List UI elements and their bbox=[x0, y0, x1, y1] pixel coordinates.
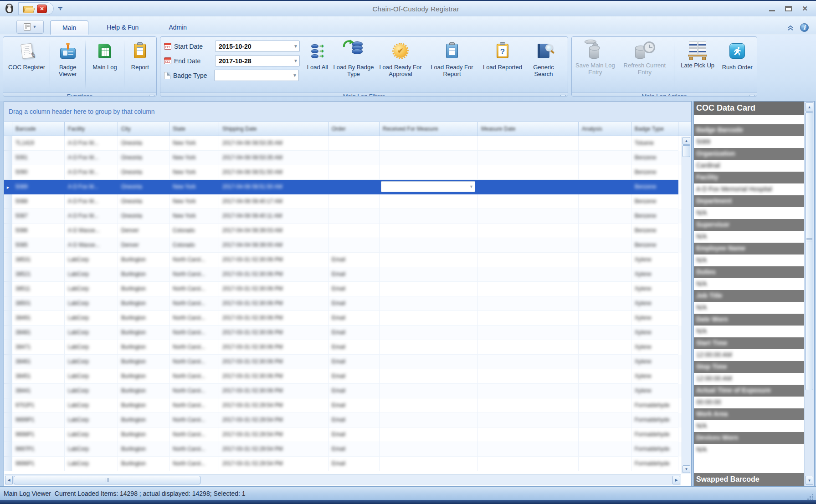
table-row[interactable]: 38491LabCorpBurlingtonNorth Carol...2017… bbox=[4, 311, 691, 326]
close-button[interactable]: ✕ bbox=[802, 5, 808, 12]
open-folder-icon[interactable] bbox=[23, 5, 33, 12]
column-header-shipping-date[interactable]: Shipping Date bbox=[219, 122, 328, 136]
scrollbar-thumb[interactable] bbox=[14, 476, 200, 484]
column-header-order[interactable]: Order bbox=[328, 122, 380, 136]
start-date-combobox[interactable]: 2015-10-20 ▼ bbox=[215, 41, 300, 52]
table-row[interactable]: 5091A O Fox M...OneontaNew York2017-04-0… bbox=[4, 151, 691, 165]
rush-order-button[interactable]: Rush Order bbox=[720, 39, 755, 92]
column-header-facility[interactable]: Facility bbox=[65, 122, 118, 136]
row-selector[interactable] bbox=[4, 442, 12, 457]
table-row[interactable]: 38511LabCorpBurlingtonNorth Carol...2017… bbox=[4, 282, 691, 296]
row-selector[interactable] bbox=[4, 194, 12, 209]
help-info-icon[interactable]: i bbox=[800, 23, 809, 32]
row-selector[interactable] bbox=[4, 165, 12, 180]
table-row[interactable]: 9696P1LabCorpBurlingtonNorth Carol...201… bbox=[4, 457, 691, 471]
collapse-ribbon-icon[interactable] bbox=[787, 25, 794, 31]
row-selector[interactable] bbox=[4, 355, 12, 369]
column-header-city[interactable]: City bbox=[118, 122, 169, 136]
table-row[interactable]: ▸5089A O Fox M...OneontaNew York2017-04-… bbox=[4, 180, 691, 194]
row-selector[interactable] bbox=[4, 136, 12, 151]
row-selector[interactable] bbox=[4, 238, 12, 253]
row-selector[interactable] bbox=[4, 369, 12, 384]
exit-button[interactable]: ✕ bbox=[37, 5, 47, 13]
row-selector[interactable] bbox=[4, 296, 12, 311]
tab-help-and-fun[interactable]: Help & Fun bbox=[95, 20, 150, 35]
scroll-up-icon[interactable]: ▲ bbox=[806, 102, 813, 112]
scrollbar-thumb[interactable] bbox=[806, 112, 813, 390]
scroll-right-icon[interactable]: ▶ bbox=[672, 476, 680, 484]
column-header-state[interactable]: State bbox=[169, 122, 219, 136]
table-row[interactable]: 5090A O Fox M...OneontaNew York2017-04-0… bbox=[4, 165, 691, 180]
row-selector[interactable] bbox=[4, 253, 12, 267]
column-header-received-for-measure[interactable]: Received For Measure bbox=[380, 122, 478, 136]
scroll-left-icon[interactable]: ◀ bbox=[5, 476, 13, 484]
row-selector-header[interactable] bbox=[4, 122, 12, 136]
badge-viewer-button[interactable]: Badge Viewer bbox=[51, 39, 84, 92]
tab-admin[interactable]: Admin bbox=[157, 20, 199, 35]
generic-search-button[interactable]: Generic Search bbox=[528, 39, 559, 92]
column-header-analysis[interactable]: Analysis bbox=[579, 122, 631, 136]
row-selector[interactable] bbox=[4, 209, 12, 224]
table-row[interactable]: 38481LabCorpBurlingtonNorth Carol...2017… bbox=[4, 326, 691, 340]
table-row[interactable]: 9697P1LabCorpBurlingtonNorth Carol...201… bbox=[4, 442, 691, 457]
row-selector[interactable]: ▸ bbox=[4, 180, 12, 194]
row-selector[interactable] bbox=[4, 224, 12, 238]
row-selector[interactable] bbox=[4, 413, 12, 428]
scroll-up-icon[interactable]: ▲ bbox=[683, 137, 690, 145]
scroll-down-icon[interactable]: ▼ bbox=[683, 465, 690, 473]
save-main-log-entry-button[interactable]: Save Main Log Entry bbox=[574, 39, 617, 92]
minimize-button[interactable] bbox=[769, 10, 775, 11]
badge-type-combobox[interactable]: ▼ bbox=[214, 70, 299, 81]
row-selector[interactable] bbox=[4, 398, 12, 413]
load-reported-button[interactable]: ? Load Reported bbox=[477, 39, 528, 92]
end-date-combobox[interactable]: 2017-10-28 ▼ bbox=[215, 55, 300, 66]
group-by-hint[interactable]: Drag a column header here to group by th… bbox=[4, 102, 691, 122]
grid-vertical-scrollbar[interactable]: ▲ ▼ bbox=[682, 137, 691, 473]
scroll-down-icon[interactable]: ▼ bbox=[806, 476, 813, 485]
dialog-launcher-icon[interactable]: ↘ bbox=[149, 95, 154, 97]
table-row[interactable]: 38471LabCorpBurlingtonNorth Carol...2017… bbox=[4, 340, 691, 355]
dialog-launcher-icon[interactable]: ↘ bbox=[560, 95, 566, 97]
table-row[interactable]: 5088A O Fox M...OneontaNew York2017-04-0… bbox=[4, 194, 691, 209]
row-selector[interactable] bbox=[4, 311, 12, 326]
scrollbar-thumb[interactable] bbox=[683, 145, 690, 157]
load-all-button[interactable]: ➜ ➜ ➜ Load All bbox=[303, 39, 333, 92]
resize-grip[interactable] bbox=[806, 493, 813, 500]
table-row[interactable]: 38441LabCorpBurlingtonNorth Carol...2017… bbox=[4, 384, 691, 398]
row-selector[interactable] bbox=[4, 267, 12, 282]
refresh-current-entry-button[interactable]: Refresh Current Entry bbox=[617, 39, 672, 92]
late-pick-up-button[interactable]: Late Pick Up bbox=[676, 39, 720, 92]
table-row[interactable]: 38501LabCorpBurlingtonNorth Carol...2017… bbox=[4, 296, 691, 311]
maximize-button[interactable] bbox=[785, 6, 792, 11]
table-row[interactable]: 38531LabCorpBurlingtonNorth Carol...2017… bbox=[4, 253, 691, 267]
table-row[interactable]: 5085A G Wasse...DenverColorado2017-04-04… bbox=[4, 238, 691, 253]
table-row[interactable]: 38521LabCorpBurlingtonNorth Carol...2017… bbox=[4, 267, 691, 282]
table-row[interactable]: 5086A G Wasse...DenverColorado2017-04-04… bbox=[4, 224, 691, 238]
quick-access-options-button[interactable]: ▼ bbox=[58, 7, 62, 10]
card-vertical-scrollbar[interactable]: ▲ ▼ bbox=[804, 102, 814, 486]
column-header-badge-type[interactable]: Badge Type bbox=[631, 122, 678, 136]
load-ready-for-report-button[interactable]: Load Ready For Report bbox=[426, 39, 477, 92]
table-row[interactable]: 9699P1LabCorpBurlingtonNorth Carol...201… bbox=[4, 413, 691, 428]
table-row[interactable]: 9702P1LabCorpBurlingtonNorth Carol...201… bbox=[4, 398, 691, 413]
row-selector[interactable] bbox=[4, 428, 12, 442]
row-selector[interactable] bbox=[4, 340, 12, 355]
table-row[interactable]: 38451LabCorpBurlingtonNorth Carol...2017… bbox=[4, 369, 691, 384]
tab-main[interactable]: Main bbox=[50, 20, 88, 35]
row-selector[interactable] bbox=[4, 457, 12, 471]
row-selector[interactable] bbox=[4, 384, 12, 398]
load-by-badge-type-button[interactable]: Load By Badge Type bbox=[333, 39, 375, 92]
table-row[interactable]: 5087A O Fox M...OneontaNew York2017-04-0… bbox=[4, 209, 691, 224]
table-row[interactable]: TL1419A O Fox M...OneontaNew York2017-04… bbox=[4, 136, 691, 151]
load-ready-for-approval-button[interactable]: Load Ready For Approval bbox=[375, 39, 426, 92]
coc-register-button[interactable]: ✎ COC Register bbox=[5, 39, 48, 92]
column-header-measure-date[interactable]: Measure Date bbox=[478, 122, 579, 136]
row-selector[interactable] bbox=[4, 151, 12, 165]
app-logo-icon[interactable] bbox=[4, 3, 15, 15]
report-button[interactable]: Report bbox=[126, 39, 154, 92]
main-log-button[interactable]: Main Log bbox=[87, 39, 122, 92]
grid-horizontal-scrollbar[interactable]: ◀ ▶ bbox=[5, 474, 681, 485]
row-selector[interactable] bbox=[4, 282, 12, 296]
dialog-launcher-icon[interactable]: ↘ bbox=[749, 95, 755, 97]
application-menu-button[interactable]: ▼ bbox=[16, 20, 44, 34]
